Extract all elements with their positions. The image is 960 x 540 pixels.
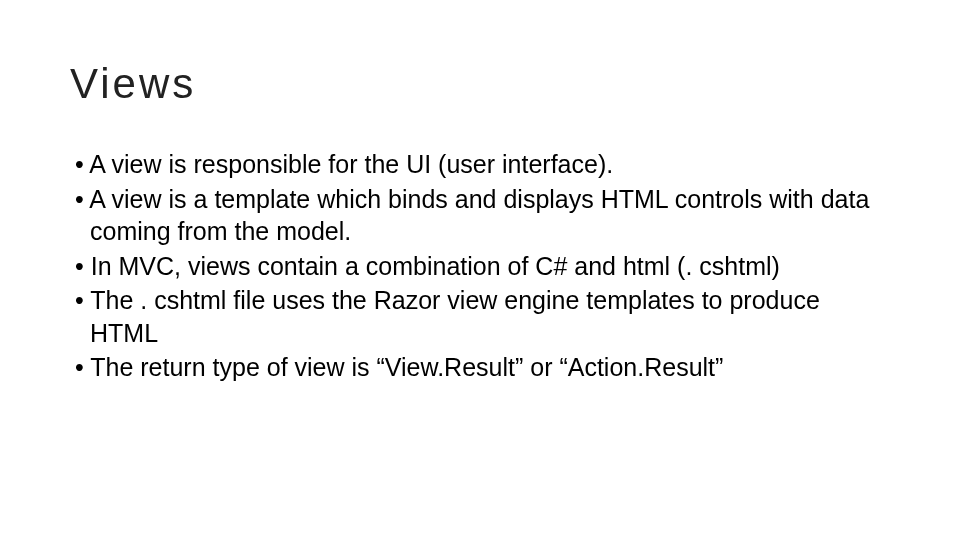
- list-item: The return type of view is “View.Result”…: [70, 351, 890, 384]
- list-item: The . cshtml file uses the Razor view en…: [70, 284, 890, 349]
- list-item: A view is responsible for the UI (user i…: [70, 148, 890, 181]
- bullet-list: A view is responsible for the UI (user i…: [70, 148, 890, 384]
- list-item: A view is a template which binds and dis…: [70, 183, 890, 248]
- slide-title: Views: [70, 60, 890, 108]
- list-item: In MVC, views contain a combination of C…: [70, 250, 890, 283]
